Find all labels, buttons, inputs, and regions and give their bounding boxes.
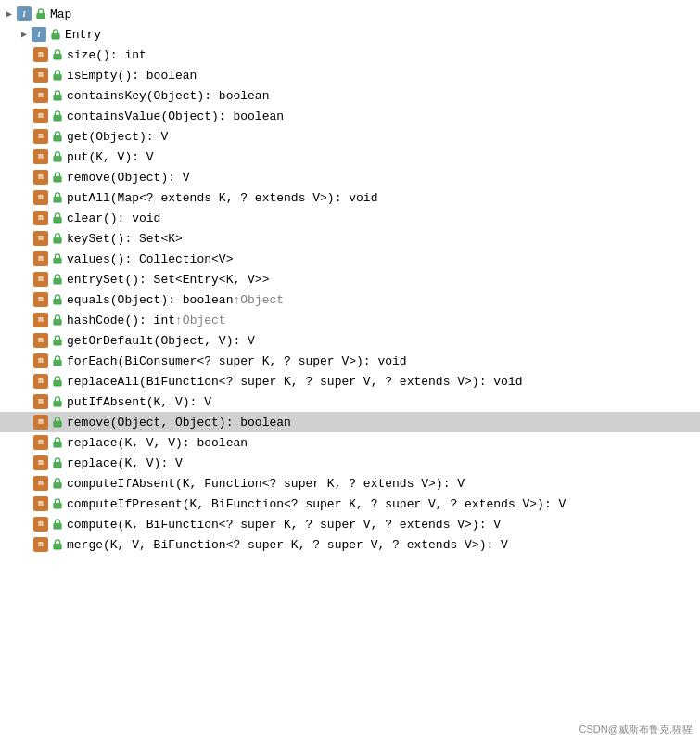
lock-icon: [51, 252, 64, 265]
lock-icon: [51, 212, 64, 224]
svg-rect-22: [54, 237, 62, 243]
lock-icon: [51, 130, 64, 143]
method-icon: m: [33, 170, 48, 185]
method-row[interactable]: m replace(K, V): V: [0, 453, 700, 473]
method-row[interactable]: m containsKey(Object): boolean: [0, 85, 700, 106]
lock-icon: [51, 497, 64, 510]
method-row[interactable]: m forEach(BiConsumer<? super K, ? super …: [0, 351, 700, 371]
method-row[interactable]: m merge(K, V, BiFunction<? super K, ? su…: [0, 534, 700, 555]
method-row[interactable]: m get(Object): V: [0, 126, 700, 147]
method-row[interactable]: m keySet(): Set<K>: [0, 228, 700, 249]
lock-icon-entry: [49, 28, 62, 41]
map-expand-arrow[interactable]: ▶: [2, 6, 17, 21]
entry-row[interactable]: ▶ I Entry: [0, 24, 700, 45]
method-icon: m: [33, 231, 48, 246]
method-row[interactable]: m clear(): void: [0, 208, 700, 228]
lock-icon: [51, 436, 64, 449]
method-icon: m: [33, 292, 48, 307]
lock-icon: [51, 538, 64, 551]
method-text: keySet(): Set<K>: [67, 232, 183, 246]
svg-rect-30: [54, 319, 62, 325]
method-row[interactable]: m replaceAll(BiFunction<? super K, ? sup…: [0, 371, 700, 391]
lock-icon-map: [34, 7, 47, 20]
lock-icon: [51, 375, 64, 388]
method-text: values(): Collection<V>: [67, 252, 233, 266]
lock-icon: [51, 518, 64, 531]
lock-icon: [51, 293, 64, 306]
lock-icon: [51, 69, 64, 82]
inherited-text: ↑Object: [233, 293, 284, 307]
method-text: hashCode(): int: [67, 314, 175, 327]
method-text: replaceAll(BiFunction<? super K, ? super…: [67, 375, 522, 389]
method-text: computeIfAbsent(K, Function<? super K, ?…: [67, 477, 465, 491]
method-icon: m: [33, 517, 48, 532]
svg-rect-44: [54, 462, 62, 468]
lock-icon: [51, 395, 64, 408]
method-icon: m: [33, 394, 48, 409]
entry-expand-arrow[interactable]: ▶: [17, 27, 32, 42]
method-row[interactable]: m replace(K, V, V): boolean: [0, 432, 700, 453]
method-row[interactable]: m putAll(Map<? extends K, ? extends V>):…: [0, 187, 700, 208]
method-text: putIfAbsent(K, V): V: [67, 395, 211, 409]
method-row[interactable]: m remove(Object, Object): boolean: [0, 412, 700, 432]
method-text: remove(Object): V: [67, 171, 190, 185]
method-icon: m: [33, 272, 48, 287]
svg-rect-18: [54, 197, 62, 202]
method-icon: m: [33, 333, 48, 348]
method-text: merge(K, V, BiFunction<? super K, ? supe…: [67, 538, 508, 552]
method-text: forEach(BiConsumer<? super K, ? super V>…: [67, 354, 407, 368]
method-row[interactable]: m size(): int: [0, 45, 700, 65]
lock-icon: [51, 314, 64, 327]
method-icon: m: [33, 537, 48, 552]
svg-rect-12: [54, 135, 62, 141]
methods-list: m size(): intm isEmpty(): booleanm conta…: [0, 45, 700, 555]
method-icon: m: [33, 415, 48, 430]
method-icon: m: [33, 476, 48, 491]
lock-icon: [51, 477, 64, 490]
svg-rect-8: [54, 95, 62, 100]
lock-icon: [51, 334, 64, 347]
method-row[interactable]: m entrySet(): Set<Entry<K, V>>: [0, 269, 700, 289]
svg-rect-32: [54, 340, 62, 345]
method-row[interactable]: m put(K, V): V: [0, 147, 700, 167]
method-row[interactable]: m hashCode(): int ↑Object: [0, 310, 700, 330]
method-icon: m: [33, 149, 48, 164]
method-icon: m: [33, 251, 48, 266]
method-row[interactable]: m isEmpty(): boolean: [0, 65, 700, 85]
method-text: equals(Object): boolean: [67, 293, 233, 307]
method-text: compute(K, BiFunction<? super K, ? super…: [67, 518, 501, 532]
method-row[interactable]: m compute(K, BiFunction<? super K, ? sup…: [0, 514, 700, 534]
map-row[interactable]: ▶ I Map: [0, 4, 700, 24]
svg-rect-36: [54, 380, 62, 386]
method-text: computeIfPresent(K, BiFunction<? super K…: [67, 497, 566, 511]
method-row[interactable]: m putIfAbsent(K, V): V: [0, 391, 700, 412]
svg-rect-42: [54, 442, 62, 447]
method-row[interactable]: m computeIfAbsent(K, Function<? super K,…: [0, 473, 700, 494]
method-row[interactable]: m containsValue(Object): boolean: [0, 106, 700, 126]
method-text: size(): int: [67, 48, 146, 62]
lock-icon: [51, 416, 64, 429]
method-icon: m: [33, 455, 48, 470]
method-icon: m: [33, 68, 48, 83]
method-text: replace(K, V): V: [67, 456, 183, 470]
lock-icon: [51, 150, 64, 163]
lock-icon: [51, 354, 64, 367]
svg-rect-2: [52, 33, 60, 39]
method-icon: m: [33, 353, 48, 368]
svg-rect-10: [54, 115, 62, 121]
svg-rect-16: [54, 176, 62, 182]
svg-rect-52: [54, 544, 62, 549]
method-row[interactable]: m computeIfPresent(K, BiFunction<? super…: [0, 494, 700, 514]
method-row[interactable]: m values(): Collection<V>: [0, 249, 700, 269]
method-row[interactable]: m getOrDefault(Object, V): V: [0, 330, 700, 351]
method-row[interactable]: m equals(Object): boolean ↑Object: [0, 289, 700, 310]
method-row[interactable]: m remove(Object): V: [0, 167, 700, 187]
method-text: clear(): void: [67, 212, 160, 225]
tree-container: ▶ I Map ▶ I Entry m size(): intm: [0, 0, 700, 558]
svg-rect-6: [54, 74, 62, 80]
watermark-text: CSDN@威斯布鲁克.猩猩: [579, 723, 693, 737]
method-icon: m: [33, 211, 48, 225]
svg-rect-38: [54, 401, 62, 406]
lock-icon: [51, 89, 64, 102]
method-text: getOrDefault(Object, V): V: [67, 334, 255, 348]
